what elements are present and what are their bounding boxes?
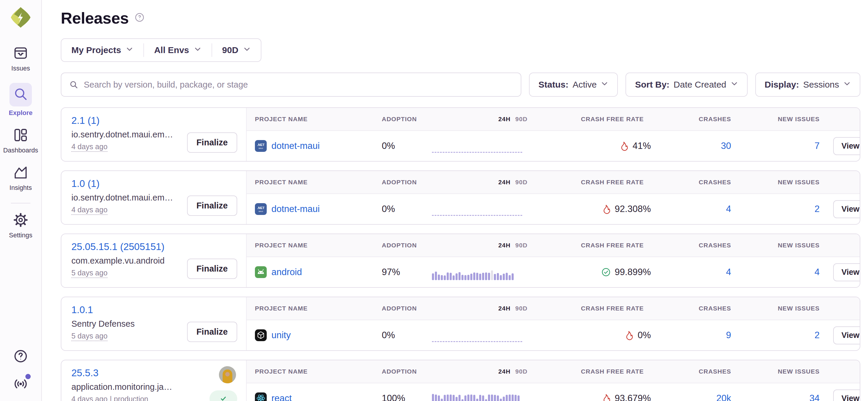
broadcast-icon[interactable] — [13, 376, 28, 393]
page-filter-bar: My Projects All Envs 90D — [61, 38, 261, 62]
range-90d-toggle[interactable]: 90D — [515, 179, 528, 186]
release-version-link[interactable]: 1.0.1 — [71, 304, 93, 315]
search-icon — [9, 83, 32, 106]
range-24h-toggle[interactable]: 24H — [498, 179, 511, 186]
sidebar-item-label: Issues — [11, 65, 30, 72]
release-version-link[interactable]: 2.1 (1) — [71, 115, 99, 126]
col-project-name: PROJECT NAME — [255, 115, 382, 123]
adoption-sparkline — [432, 204, 532, 217]
col-chart-range: 24H 90D — [432, 115, 532, 123]
col-new-issues: NEW ISSUES — [745, 242, 833, 249]
display-dropdown[interactable]: Display: Sessions — [755, 72, 860, 97]
adoption-value: 97% — [382, 267, 432, 277]
sentry-logo[interactable] — [10, 6, 32, 28]
notification-dot — [25, 374, 31, 379]
range-90d-toggle[interactable]: 90D — [515, 242, 528, 249]
finalize-button[interactable]: Finalize — [187, 322, 237, 342]
crashes-link[interactable]: 4 — [726, 267, 731, 277]
sidebar-item-issues[interactable]: Issues — [11, 45, 30, 72]
search-box — [61, 72, 521, 97]
range-90d-toggle[interactable]: 90D — [515, 115, 528, 123]
crashes-link[interactable]: 4 — [726, 204, 731, 214]
range-24h-toggle[interactable]: 24H — [498, 368, 511, 375]
adoption-value: 0% — [382, 141, 432, 151]
adoption-sparkline — [432, 393, 532, 401]
range-90d-toggle[interactable]: 90D — [515, 305, 528, 312]
sidebar-nav: Issues Explore Dashboards Insights — [3, 45, 38, 250]
range-90d-toggle[interactable]: 90D — [515, 368, 528, 375]
col-chart-range: 24H 90D — [432, 368, 532, 375]
adoption-sparkline — [432, 141, 532, 154]
release-version-link[interactable]: 1.0 (1) — [71, 178, 99, 189]
view-button[interactable]: View — [833, 137, 860, 155]
project-link[interactable]: unity — [272, 330, 290, 340]
date-range-filter-label: 90D — [222, 45, 238, 55]
adoption-value: 100% — [382, 393, 432, 401]
view-button[interactable]: View — [833, 263, 860, 281]
crash-free-value: 0% — [638, 330, 651, 340]
project-link[interactable]: dotnet-maui — [272, 204, 320, 214]
new-issues-link[interactable]: 4 — [815, 267, 819, 277]
range-24h-toggle[interactable]: 24H — [498, 305, 511, 312]
search-input[interactable] — [84, 80, 513, 90]
sidebar-item-insights[interactable]: Insights — [9, 165, 32, 192]
status-dropdown[interactable]: Status: Active — [529, 72, 618, 97]
sidebar-item-dashboards[interactable]: Dashboards — [3, 127, 38, 154]
release-card: 1.0 (1) io.sentry.dotnet.maui.em… 4 days… — [61, 171, 247, 224]
view-button[interactable]: View — [833, 326, 860, 344]
page-help-icon[interactable] — [134, 12, 145, 24]
new-issues-link[interactable]: 7 — [815, 141, 819, 151]
search-icon — [69, 80, 79, 89]
display-label: Display: — [765, 79, 799, 90]
crash-rate-check-icon — [601, 267, 611, 277]
range-24h-toggle[interactable]: 24H — [498, 242, 511, 249]
col-new-issues: NEW ISSUES — [745, 368, 833, 375]
crashes-link[interactable]: 30 — [721, 141, 731, 151]
environment-filter[interactable]: All Envs — [144, 43, 212, 57]
sidebar-item-explore[interactable]: Explore — [9, 83, 33, 117]
sort-label: Sort By: — [635, 79, 670, 90]
finalize-button[interactable]: Finalize — [187, 132, 237, 153]
sidebar-item-settings[interactable]: Settings — [9, 212, 32, 239]
crashes-link[interactable]: 20k — [716, 393, 731, 401]
table-row: react 100% 93.679% 20k 34 View — [247, 383, 860, 401]
range-24h-toggle[interactable]: 24H — [498, 115, 511, 123]
finalize-button[interactable]: Finalize — [187, 196, 237, 216]
release-panel: 1.0.1 Sentry Defenses 5 days ago Finaliz… — [61, 297, 860, 351]
project-filter[interactable]: My Projects — [61, 43, 144, 57]
table-row: .NETMAUI dotnet-maui 0% 41% 30 7 View — [247, 131, 860, 161]
date-range-filter[interactable]: 90D — [212, 43, 261, 57]
table-row: .NETMAUI dotnet-maui 0% 92.308% 4 2 View — [247, 194, 860, 224]
android-project-icon — [255, 266, 267, 278]
gear-icon — [13, 212, 28, 229]
col-new-issues: NEW ISSUES — [745, 179, 833, 186]
sidebar-divider — [11, 203, 30, 203]
project-link[interactable]: react — [272, 393, 292, 401]
finalize-button[interactable]: Finalize — [187, 259, 237, 279]
new-issues-link[interactable]: 2 — [815, 204, 819, 214]
table-header-row: PROJECT NAME ADOPTION 24H 90D CRASH FREE… — [247, 108, 860, 131]
view-button[interactable]: View — [833, 390, 860, 401]
table-header-row: PROJECT NAME ADOPTION 24H 90D CRASH FREE… — [247, 360, 860, 383]
release-version-link[interactable]: 25.05.15.1 (2505151) — [71, 241, 165, 253]
chevron-down-icon — [601, 79, 608, 90]
insights-icon — [13, 165, 28, 181]
view-button[interactable]: View — [833, 200, 860, 218]
help-icon[interactable] — [13, 348, 28, 365]
col-new-issues: NEW ISSUES — [745, 115, 833, 123]
adoption-value: 0% — [382, 204, 432, 214]
release-panel: 25.05.15.1 (2505151) com.example.vu.andr… — [61, 234, 860, 288]
new-issues-link[interactable]: 2 — [815, 330, 819, 340]
project-link[interactable]: dotnet-maui — [272, 141, 320, 151]
sort-by-dropdown[interactable]: Sort By: Date Created — [625, 72, 747, 97]
adoption-value: 0% — [382, 330, 432, 340]
new-issues-link[interactable]: 34 — [810, 393, 819, 401]
crashes-link[interactable]: 9 — [726, 330, 731, 340]
release-version-link[interactable]: 25.5.3 — [71, 367, 98, 378]
release-created-time: 4 days ago — [71, 205, 107, 214]
project-filter-label: My Projects — [71, 45, 121, 55]
release-card: 2.1 (1) io.sentry.dotnet.maui.em… 4 days… — [61, 108, 247, 161]
release-package: com.example.vu.android — [71, 256, 189, 266]
release-package: Sentry Defenses — [71, 319, 189, 329]
project-link[interactable]: android — [272, 267, 302, 277]
